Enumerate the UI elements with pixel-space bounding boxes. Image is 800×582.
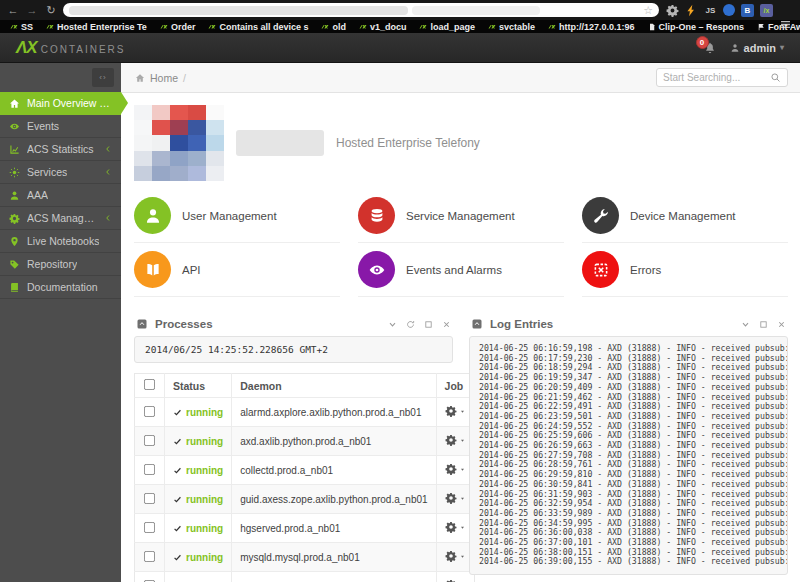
check-icon [173,408,182,417]
ax-ext-icon[interactable]: /x [760,4,773,17]
blurred-url [412,6,540,15]
quick-link-service-management[interactable]: Service Management [358,189,564,243]
job-menu-button[interactable] [445,463,466,475]
caret-down-icon [459,466,466,473]
table-row: runningcollectd.prod.a_nb01 [135,456,475,485]
quick-link-device-management[interactable]: Device Management [582,189,788,243]
bookmark-item[interactable]: http://127.0.0.1:96 [548,22,635,32]
browser-forward-button[interactable]: → [25,4,39,16]
job-menu-button[interactable] [445,434,466,446]
row-checkbox[interactable] [144,550,155,561]
processes-panel: Processes 2014/06/25 14:25:52.228656 GMT… [134,314,453,582]
app-logo[interactable]: ΛX Containers [16,38,126,58]
lightning-icon[interactable] [685,4,698,17]
daemon-name: alarmd.axplore.axlib.python.prod.a_nb01 [240,407,421,418]
daemon-name: mysqld.mysql.prod.a_nb01 [240,552,360,563]
bookmark-label: old [332,22,346,32]
sidebar-item-services[interactable]: Services [0,161,121,184]
bookmark-item[interactable]: v1_docu [359,22,407,32]
gear-icon[interactable] [666,4,679,17]
row-checkbox[interactable] [144,521,155,532]
js-icon[interactable]: JS [704,4,717,17]
ax-icon [160,23,168,31]
logo-ax-mark: ΛX [16,38,37,58]
bookmark-item[interactable]: Hosted Enterprise Te [46,22,147,32]
browser-reload-button[interactable]: ↻ [44,4,58,17]
quick-link-api[interactable]: API [134,243,340,297]
refresh-icon[interactable] [406,320,415,329]
bookmark-item[interactable]: load_page [419,22,475,32]
sidebar-item-label: AAA [27,189,48,201]
table-row: runningnbid.axess.zope.axlib.python.prod… [135,572,475,582]
check-icon [173,437,182,446]
row-checkbox[interactable] [144,463,155,474]
search-input[interactable] [663,72,766,83]
row-checkbox[interactable] [144,492,155,503]
breadcrumb-home-link[interactable]: Home [150,72,178,84]
search-icon[interactable] [770,72,781,83]
caret-down-icon [459,553,466,560]
bookmark-star-icon[interactable]: ☆ [643,4,653,17]
sidebar-item-live-notebooks[interactable]: Live Notebooks [0,230,121,253]
table-row: runninghgserved.prod.a_nb01 [135,514,475,543]
job-menu-button[interactable] [445,521,466,533]
logo-text: Containers [41,44,126,55]
check-icon [173,553,182,562]
bookmark-item[interactable]: svctable [488,22,535,32]
sidebar-item-acs-management[interactable]: ACS Management [0,207,121,230]
close-icon[interactable] [442,320,451,329]
maximize-icon[interactable] [424,320,433,329]
sidebar-collapse-button[interactable]: ‹› [92,68,114,87]
search-box[interactable] [656,68,788,87]
quick-link-errors[interactable]: Errors [582,243,788,297]
user-menu[interactable]: admin ▾ [730,42,784,54]
bookmark-label: Order [171,22,196,32]
row-checkbox[interactable] [144,405,155,416]
notifications-button[interactable]: 0 [704,42,716,54]
quick-link-events-and-alarms[interactable]: Events and Alarms [358,243,564,297]
bookmark-item[interactable]: Font Awesome Exam [757,22,800,32]
collapse-panel-icon[interactable] [741,320,750,329]
check-icon [173,466,182,475]
bookmark-item[interactable]: SS [10,22,33,32]
bookmark-label: Font Awesome Exam [768,22,800,32]
sidebar-item-documentation[interactable]: Documentation [0,276,121,299]
row-checkbox[interactable] [144,434,155,445]
bookmark-item[interactable]: Contains all device s [208,22,308,32]
blue-circle-icon[interactable] [723,4,735,16]
collapse-panel-icon[interactable] [388,320,397,329]
panel-title: Log Entries [490,318,553,330]
select-all-checkbox[interactable] [144,379,155,390]
sidebar-item-aaa[interactable]: AAA [0,184,121,207]
home-icon [135,73,145,83]
log-entries-panel: Log Entries 2014-06-25 06:16:59,198 - AX… [469,314,788,582]
sidebar-item-events[interactable]: Events [0,115,121,138]
b-icon[interactable]: B [741,4,754,17]
maximize-icon[interactable] [759,320,768,329]
caret-down-icon [459,408,466,415]
daemon-name: axd.axlib.python.prod.a_nb01 [240,436,371,447]
app-navbar: ΛX Containers 0 admin ▾ [0,33,800,63]
bookmark-item[interactable]: Clip-One – Respons [648,22,745,32]
address-bar[interactable]: ☆ [63,3,659,17]
sidebar-item-acs-statistics[interactable]: ACS Statistics [0,138,121,161]
bookmark-item[interactable]: Order [160,22,196,32]
tenant-title: Hosted Enterprise Telefony [336,136,480,150]
bookmark-item[interactable]: old [321,22,346,32]
sidebar-menu: Main Overview PageEventsACS StatisticsSe… [0,92,121,299]
sidebar-item-main-overview-page[interactable]: Main Overview Page [0,92,121,115]
browser-back-button[interactable]: ← [6,4,20,16]
status-badge: running [186,494,223,505]
quick-link-label: Errors [630,264,661,276]
job-menu-button[interactable] [445,550,466,562]
sidebar-item-repository[interactable]: Repository [0,253,121,276]
job-menu-button[interactable] [445,405,466,417]
status-badge: running [186,523,223,534]
notification-badge: 0 [696,36,709,49]
bookmark-label: http://127.0.0.1:96 [559,22,635,32]
table-row: runningmysqld.mysql.prod.a_nb01 [135,543,475,572]
quick-link-user-management[interactable]: User Management [134,189,340,243]
job-menu-button[interactable] [445,492,466,504]
sun-icon [9,167,20,178]
close-icon[interactable] [777,320,786,329]
